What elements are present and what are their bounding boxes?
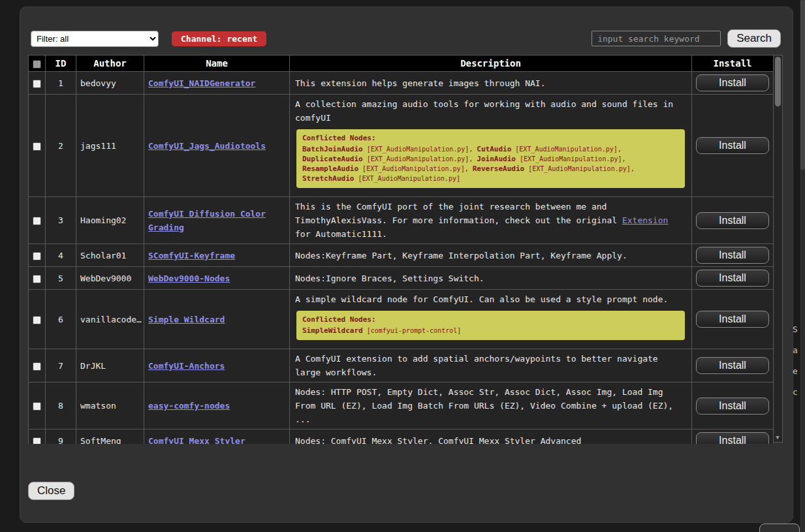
row-description: A collection amazing audio tools for wor… <box>295 97 686 125</box>
row-author: Haoming02 <box>76 197 144 244</box>
row-author: vanillacode314 <box>76 290 144 349</box>
row-id: 7 <box>46 349 76 383</box>
channel-badge: Channel: recent <box>172 31 266 46</box>
row-checkbox[interactable] <box>33 275 41 283</box>
table-row: 3 Haoming02 ComfyUI Diffusion Color Grad… <box>29 197 774 244</box>
table-row: 8 wmatson easy-comfy-nodes Nodes: HTTP P… <box>29 383 774 430</box>
col-header-name: Name <box>144 55 290 72</box>
install-button[interactable]: Install <box>696 432 769 444</box>
table-scrollbar[interactable]: ▼ <box>774 55 783 443</box>
background-menu-sliver: Saec <box>793 324 798 397</box>
install-button[interactable]: Install <box>696 398 769 415</box>
conflict-list: SimpleWildcard [comfyui-prompt-control] <box>302 326 679 336</box>
table-row: 9 SoftMeng ComfyUI_Mexx_Styler Nodes: Co… <box>29 430 774 445</box>
row-id: 8 <box>46 383 76 430</box>
col-header-author: Author <box>76 55 144 72</box>
description-link[interactable]: Extension <box>622 215 668 225</box>
table-row: 2 jags111 ComfyUI_Jags_Audiotools A coll… <box>29 95 774 197</box>
row-author: wmatson <box>76 383 144 430</box>
row-id: 3 <box>46 197 76 244</box>
row-checkbox[interactable] <box>33 252 41 260</box>
row-author: DrJKL <box>76 349 144 383</box>
row-description: Nodes: ComfyUI Mexx Styler, ComfyUI Mexx… <box>295 434 686 445</box>
filter-select[interactable]: Filter: all <box>31 31 159 47</box>
conflict-list: BatchJoinAudio [EXT_AudioManipulation.py… <box>302 144 679 183</box>
toolbar: Filter: all Channel: recent Search <box>31 29 781 48</box>
conflict-title: Conflicted Nodes: <box>302 315 679 324</box>
install-button[interactable]: Install <box>696 311 769 328</box>
row-description: This is the ComfyUI port of the joint re… <box>295 200 686 241</box>
row-author: Scholar01 <box>76 244 144 267</box>
background-letter: S <box>793 324 798 334</box>
table-row: 5 WebDev9000 WebDev9000-Nodes Nodes:Igno… <box>29 267 774 290</box>
row-id: 5 <box>46 267 76 290</box>
row-checkbox[interactable] <box>33 142 41 151</box>
install-button[interactable]: Install <box>696 270 769 287</box>
background-letter: a <box>793 345 798 355</box>
row-name-link[interactable]: WebDev9000-Nodes <box>148 274 230 283</box>
search-button[interactable]: Search <box>727 29 781 48</box>
row-description: A simple wildcard node for ComfyUI. Can … <box>295 292 686 306</box>
col-header-install: Install <box>692 55 774 72</box>
row-author: bedovyy <box>76 72 144 95</box>
row-checkbox[interactable] <box>33 217 41 225</box>
search-input[interactable] <box>592 31 721 46</box>
custom-nodes-dialog: Filter: all Channel: recent Search ID Au… <box>20 7 793 523</box>
col-header-description: Description <box>290 55 692 72</box>
row-author: jags111 <box>76 95 144 197</box>
table-row: 7 DrJKL ComfyUI-Anchors A ComfyUI extens… <box>29 349 774 383</box>
row-checkbox[interactable] <box>33 402 41 411</box>
row-description: This extension helps generate images thr… <box>295 76 686 90</box>
table-header-row: ID Author Name Description Install <box>29 55 774 72</box>
row-description: Nodes: HTTP POST, Empty Dict, Assoc Str,… <box>295 385 686 426</box>
row-name-link[interactable]: ComfyUI_Mexx_Styler <box>148 436 245 445</box>
row-id: 6 <box>46 290 76 349</box>
row-checkbox[interactable] <box>33 362 41 371</box>
custom-nodes-table: ID Author Name Description Install 1 bed… <box>28 55 783 444</box>
conflict-title: Conflicted Nodes: <box>302 134 679 142</box>
select-all-checkbox[interactable] <box>33 60 41 69</box>
row-name-link[interactable]: easy-comfy-nodes <box>148 401 230 411</box>
row-description: A ComfyUI extension to add spatial ancho… <box>295 352 686 379</box>
table-row: 1 bedovyy ComfyUI_NAIDGenerator This ext… <box>29 72 774 95</box>
row-name-link[interactable]: ComfyUI_Jags_Audiotools <box>148 141 266 151</box>
background-letter: e <box>793 366 798 376</box>
row-checkbox[interactable] <box>33 316 41 324</box>
row-id: 4 <box>46 244 76 267</box>
install-button[interactable]: Install <box>696 212 769 229</box>
scroll-down-icon[interactable]: ▼ <box>774 434 781 441</box>
row-description: Nodes:Ignore Braces, Settings Switch. <box>295 272 686 285</box>
table-scrollbar-thumb[interactable] <box>775 57 781 106</box>
row-checkbox[interactable] <box>33 80 41 88</box>
row-description: Nodes:Keyframe Part, Keyframe Interpolat… <box>295 249 686 262</box>
row-name-link[interactable]: ComfyUI Diffusion Color Grading <box>148 209 266 232</box>
table-row: 6 vanillacode314 Simple Wildcard A simpl… <box>29 290 774 349</box>
row-checkbox[interactable] <box>33 437 41 445</box>
page-scrollbar[interactable] <box>799 0 805 532</box>
install-button[interactable]: Install <box>696 74 769 91</box>
row-id: 9 <box>46 430 76 445</box>
row-author: SoftMeng <box>76 430 144 445</box>
install-button[interactable]: Install <box>696 137 769 154</box>
row-name-link[interactable]: SComfyUI-Keyframe <box>148 251 235 260</box>
row-id: 1 <box>46 72 76 95</box>
row-name-link[interactable]: Simple Wildcard <box>148 315 225 324</box>
partial-button[interactable] <box>759 524 800 532</box>
background-letter: c <box>793 387 798 397</box>
row-name-link[interactable]: ComfyUI_NAIDGenerator <box>148 78 255 88</box>
table-row: 4 Scholar01 SComfyUI-Keyframe Nodes:Keyf… <box>29 244 774 267</box>
col-header-id: ID <box>46 55 76 72</box>
conflict-box: Conflicted Nodes: SimpleWildcard [comfyu… <box>296 311 685 340</box>
page-scrollbar-thumb[interactable] <box>800 0 805 170</box>
conflict-box: Conflicted Nodes: BatchJoinAudio [EXT_Au… <box>296 129 685 188</box>
install-button[interactable]: Install <box>696 357 769 374</box>
row-name-link[interactable]: ComfyUI-Anchors <box>148 361 225 371</box>
row-author: WebDev9000 <box>76 267 144 290</box>
install-button[interactable]: Install <box>696 247 769 264</box>
close-button[interactable]: Close <box>28 482 74 500</box>
row-id: 2 <box>46 95 76 197</box>
